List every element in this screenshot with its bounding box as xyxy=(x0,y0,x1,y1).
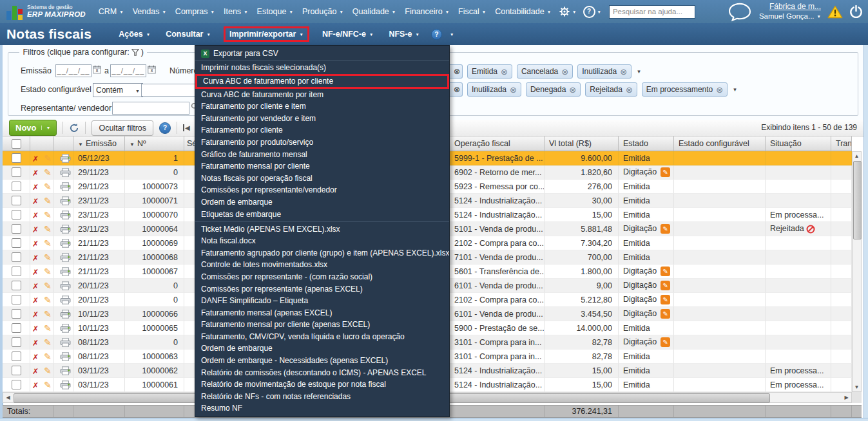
remove-chip-icon[interactable]: ⊗ xyxy=(716,86,723,94)
dropdown-menu-item[interactable]: Notas fiscais por operação fiscal xyxy=(195,173,449,185)
dropdown-menu-item[interactable]: Faturamento mensal (apenas EXCEL) xyxy=(195,307,449,319)
filter-chip-partial[interactable]: ⊗ xyxy=(450,64,463,79)
digitacao-edit-icon[interactable]: ✎ xyxy=(661,309,670,319)
delete-icon[interactable]: ✗ xyxy=(32,367,39,376)
help-menu-button[interactable]: ? ▼ xyxy=(583,6,601,18)
print-icon[interactable] xyxy=(60,154,71,163)
estado-configuravel-input[interactable] xyxy=(141,84,198,97)
emissao-to-input[interactable]: __/__/__ xyxy=(110,64,146,77)
page-menu-nf-e-nfc-e[interactable]: NF-e/NFC-e▼ xyxy=(320,28,376,41)
dropdown-menu-item[interactable]: Ordem de embarque xyxy=(195,196,449,209)
chat-icon[interactable] xyxy=(727,2,753,22)
dropdown-menu-item[interactable]: Nota fiscal.docx xyxy=(195,235,449,247)
print-icon[interactable] xyxy=(60,182,71,191)
dropdown-menu-item[interactable]: Ticket Médio (APENAS EM EXCEL).xlsx xyxy=(195,223,449,236)
print-icon[interactable] xyxy=(60,253,71,262)
dropdown-menu-item[interactable]: Faturamento por cliente e item xyxy=(195,100,449,113)
print-icon[interactable] xyxy=(60,239,71,248)
filter-chip[interactable]: Em processamento⊗ xyxy=(642,82,728,97)
top-menu-financeiro[interactable]: Financeiro▼ xyxy=(403,5,450,19)
row-checkbox[interactable] xyxy=(12,366,21,375)
col-operacao[interactable]: Operação fiscal xyxy=(450,136,545,151)
company-link[interactable]: Fábrica de m... xyxy=(769,2,821,12)
dropdown-menu-item[interactable]: Ordem de embarque - Necessidades (apenas… xyxy=(195,355,449,367)
print-icon[interactable] xyxy=(60,366,71,375)
dropdown-menu-item[interactable]: Faturamento por produto/serviço xyxy=(195,136,449,149)
print-icon[interactable] xyxy=(60,324,71,333)
dropdown-menu-item[interactable]: Resumo NF xyxy=(195,402,449,415)
settings-menu-button[interactable]: ▼ xyxy=(559,6,576,17)
row-checkbox[interactable] xyxy=(12,210,21,220)
dropdown-menu-item[interactable]: DANFE Simplificado – Etiqueta xyxy=(195,295,449,307)
top-menu-itens[interactable]: Itens▼ xyxy=(222,5,249,19)
delete-icon[interactable]: ✗ xyxy=(32,197,39,206)
hide-filters-button[interactable]: Ocultar filtros xyxy=(92,120,153,136)
page-menu-nfs-e[interactable]: NFS-e▼ xyxy=(386,28,422,41)
col-numero[interactable]: ▼Nº xyxy=(125,136,184,151)
power-icon[interactable] xyxy=(849,5,863,19)
edit-icon[interactable]: ✎ xyxy=(44,380,52,390)
digitacao-edit-icon[interactable]: ✎ xyxy=(661,267,670,276)
delete-icon[interactable]: ✗ xyxy=(32,339,39,348)
digitacao-edit-icon[interactable]: ✎ xyxy=(661,167,670,177)
edit-icon[interactable]: ✎ xyxy=(44,252,52,263)
top-menu-contabilidade[interactable]: Contabilidade▼ xyxy=(494,5,552,19)
delete-icon[interactable]: ✗ xyxy=(32,183,39,192)
row-checkbox[interactable] xyxy=(12,351,21,361)
filter-chip[interactable]: Cancelada⊗ xyxy=(517,64,573,79)
edit-icon[interactable]: ✎ xyxy=(44,366,52,376)
remove-chip-icon[interactable]: ⊗ xyxy=(569,86,576,94)
row-checkbox[interactable] xyxy=(12,167,21,177)
scroll-left-arrow[interactable]: ◀ xyxy=(3,393,13,402)
delete-icon[interactable]: ✗ xyxy=(32,353,39,362)
col-transportadora[interactable]: Tran xyxy=(831,136,852,151)
row-checkbox[interactable] xyxy=(12,196,21,205)
row-checkbox[interactable] xyxy=(12,238,21,248)
dropdown-menu-item[interactable]: Faturamento mensal por cliente (apenas E… xyxy=(195,319,449,331)
edit-icon[interactable]: ✎ xyxy=(44,337,52,348)
chevron-down-icon[interactable]: ▼ xyxy=(450,33,454,37)
calendar-icon[interactable]: 8 xyxy=(148,65,156,76)
digitacao-edit-icon[interactable]: ✎ xyxy=(661,224,670,234)
chevron-down-icon[interactable]: ▾ xyxy=(637,68,641,75)
dropdown-menu-item[interactable]: Faturamento por cliente xyxy=(195,124,449,136)
dropdown-menu-item[interactable]: Relatório de movimentação de estoque por… xyxy=(195,379,449,391)
filter-chip[interactable]: Denegada⊗ xyxy=(526,82,581,97)
digitacao-edit-icon[interactable]: ✎ xyxy=(661,337,670,347)
top-menu-crm[interactable]: CRM▼ xyxy=(97,5,125,19)
delete-icon[interactable]: ✗ xyxy=(32,169,39,178)
col-emissao[interactable]: ▼Emissão xyxy=(73,136,125,151)
edit-icon[interactable]: ✎ xyxy=(44,323,52,333)
row-checkbox[interactable] xyxy=(12,153,21,163)
dropdown-menu-item[interactable]: Imprimir notas fiscais selecionada(s) xyxy=(195,62,449,74)
print-icon[interactable] xyxy=(60,338,71,347)
top-menu-estoque[interactable]: Estoque▼ xyxy=(256,5,294,19)
emissao-from-input[interactable]: __/__/__ xyxy=(55,64,92,77)
delete-icon[interactable]: ✗ xyxy=(32,239,39,248)
select-all-header[interactable] xyxy=(3,136,30,151)
first-page-button[interactable]: ◀ xyxy=(183,124,190,131)
calendar-icon[interactable]: 8 xyxy=(93,65,101,76)
row-checkbox[interactable] xyxy=(12,182,21,191)
warning-icon[interactable] xyxy=(827,5,843,19)
edit-icon[interactable]: ✎ xyxy=(44,238,52,248)
edit-icon[interactable]: ✎ xyxy=(44,210,52,220)
filter-chip[interactable]: Rejeitada⊗ xyxy=(585,82,637,97)
delete-icon[interactable]: ✗ xyxy=(32,381,39,390)
top-menu-produ-o[interactable]: Produção▼ xyxy=(301,5,345,19)
scroll-right-arrow[interactable]: ▶ xyxy=(842,393,851,402)
edit-icon[interactable]: ✎ xyxy=(44,167,52,178)
edit-icon[interactable]: ✎ xyxy=(44,196,52,206)
page-menu-a-es[interactable]: Ações▼ xyxy=(116,28,153,41)
col-vl-total[interactable]: Vl total (R$) xyxy=(545,136,619,151)
row-checkbox[interactable] xyxy=(12,337,21,347)
dropdown-menu-item[interactable]: Ordem de embarque xyxy=(195,342,449,355)
digitacao-edit-icon[interactable]: ✎ xyxy=(661,295,670,304)
print-icon[interactable] xyxy=(60,225,71,234)
vertical-scroll-thumb[interactable] xyxy=(853,161,862,239)
help-search-input[interactable] xyxy=(609,5,695,19)
dropdown-menu-item[interactable]: Faturamento agrupado por cliente (grupo)… xyxy=(195,247,449,259)
estado-operator-select[interactable]: Contém ▼ xyxy=(93,83,143,97)
edit-icon[interactable]: ✎ xyxy=(44,182,52,192)
dropdown-menu-item[interactable]: Faturamento por vendedor e item xyxy=(195,113,449,125)
